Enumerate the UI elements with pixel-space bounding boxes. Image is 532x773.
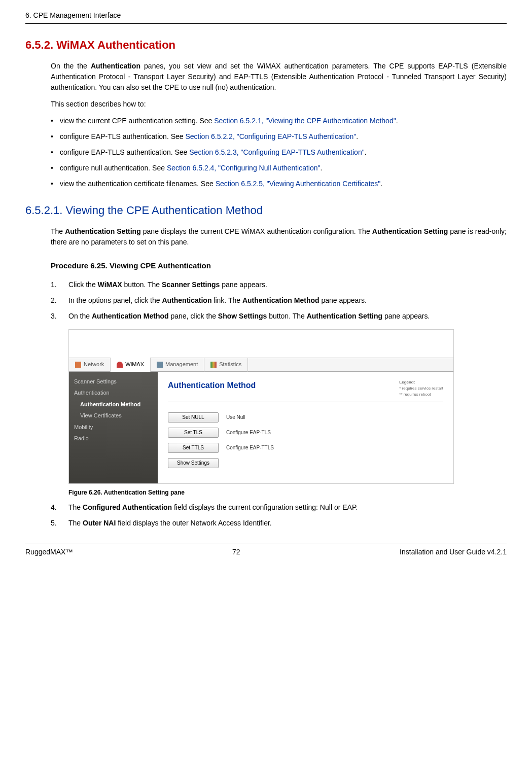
sidebar-item-view-cert[interactable]: View Certificates — [69, 410, 158, 421]
list-item: configure EAP-TLS authentication. See Se… — [51, 131, 507, 142]
row-set-tls: Set TLS Configure EAP-TLS — [168, 428, 443, 438]
set-null-button[interactable]: Set NULL — [168, 412, 219, 423]
procedure-steps: Click the WiMAX button. The Scanner Sett… — [51, 279, 507, 529]
show-settings-button[interactable]: Show Settings — [168, 458, 219, 468]
chapter-label: 6. CPE Management Interface — [25, 11, 121, 19]
sidebar-item-radio[interactable]: Radio — [69, 433, 158, 444]
intro-paragraph-1: On the the Authentication panes, you set… — [51, 61, 507, 93]
intro-paragraph-2: This section describes how to: — [51, 99, 507, 110]
list-item: view the authentication certificate file… — [51, 179, 507, 189]
screenshot-auth-method: Network WiMAX Management Statistics — [68, 329, 454, 484]
figure-caption: Figure 6.26. Authentication Setting pane — [68, 488, 507, 497]
row-set-ttls: Set TTLS Configure EAP-TTLS — [168, 443, 443, 453]
conf-tls-label: Configure EAP-TLS — [226, 429, 271, 436]
screenshot-body: Scanner Settings Authentication Authenti… — [69, 372, 453, 483]
statistics-icon — [210, 362, 217, 368]
xref-link[interactable]: Section 6.5.2.2, "Configuring EAP-TLS Au… — [185, 132, 356, 140]
sidebar: Scanner Settings Authentication Authenti… — [69, 372, 158, 483]
footer-left: RuggedMAX™ — [25, 547, 73, 557]
panel-title: Authentication Method — [168, 379, 256, 392]
xref-link[interactable]: Section 6.5.2.1, "Viewing the CPE Authen… — [214, 117, 396, 125]
set-tls-button[interactable]: Set TLS — [168, 428, 219, 438]
legend: Legend: * requires service restart ** re… — [399, 379, 443, 398]
xref-link[interactable]: Section 6.5.2.4, "Configuring Null Authe… — [167, 164, 321, 172]
network-icon — [75, 362, 81, 368]
bullet-list: view the current CPE authentication sett… — [51, 116, 507, 189]
tab-wimax[interactable]: WiMAX — [111, 358, 151, 372]
sidebar-item-scanner[interactable]: Scanner Settings — [69, 376, 158, 388]
footer-page-number: 72 — [232, 547, 240, 557]
set-ttls-button[interactable]: Set TTLS — [168, 443, 219, 453]
xref-link[interactable]: Section 6.5.2.3, "Configuring EAP-TTLS A… — [189, 148, 364, 156]
step-4: The Configured Authentication field disp… — [51, 502, 507, 513]
sidebar-item-auth-method[interactable]: Authentication Method — [69, 399, 158, 410]
section-heading-652: 6.5.2. WiMAX Authentication — [25, 37, 507, 53]
management-icon — [157, 362, 163, 368]
section-heading-6521: 6.5.2.1. Viewing the CPE Authentication … — [25, 202, 507, 219]
sidebar-item-mobility[interactable]: Mobility — [69, 421, 158, 433]
step-2: In the options panel, click the Authenti… — [51, 295, 507, 306]
row-show-settings: Show Settings — [168, 458, 443, 468]
step-3: On the Authentication Method pane, click… — [51, 311, 507, 497]
use-null-label: Use Null — [226, 413, 245, 421]
wimax-icon — [117, 362, 123, 368]
list-item: view the current CPE authentication sett… — [51, 116, 507, 126]
footer-right: Installation and User Guide v4.2.1 — [400, 547, 507, 557]
row-set-null: Set NULL Use Null — [168, 412, 443, 423]
screenshot-banner — [69, 330, 453, 358]
nav-tabs: Network WiMAX Management Statistics — [69, 358, 453, 372]
page-header: 6. CPE Management Interface — [25, 10, 507, 24]
list-item: configure EAP-TLLS authentication. See S… — [51, 147, 507, 158]
section-6521-para: The Authentication Setting pane displays… — [51, 226, 507, 248]
sidebar-item-auth[interactable]: Authentication — [69, 387, 158, 399]
conf-ttls-label: Configure EAP-TTLS — [226, 444, 274, 451]
figure-626: Network WiMAX Management Statistics — [68, 329, 507, 497]
step-1: Click the WiMAX button. The Scanner Sett… — [51, 279, 507, 290]
tab-network[interactable]: Network — [69, 358, 111, 372]
list-item: configure null authentication. See Secti… — [51, 163, 507, 173]
panel-header: Authentication Method Legend: * requires… — [168, 379, 443, 402]
page-footer: RuggedMAX™ 72 Installation and User Guid… — [25, 544, 507, 557]
tab-statistics[interactable]: Statistics — [204, 358, 248, 372]
step-5: The Outer NAI field displays the outer N… — [51, 518, 507, 529]
procedure-title: Procedure 6.25. Viewing CPE Authenticati… — [51, 260, 507, 272]
xref-link[interactable]: Section 6.5.2.5, "Viewing Authentication… — [216, 180, 381, 188]
tab-management[interactable]: Management — [151, 358, 204, 372]
main-panel: Authentication Method Legend: * requires… — [158, 372, 453, 483]
